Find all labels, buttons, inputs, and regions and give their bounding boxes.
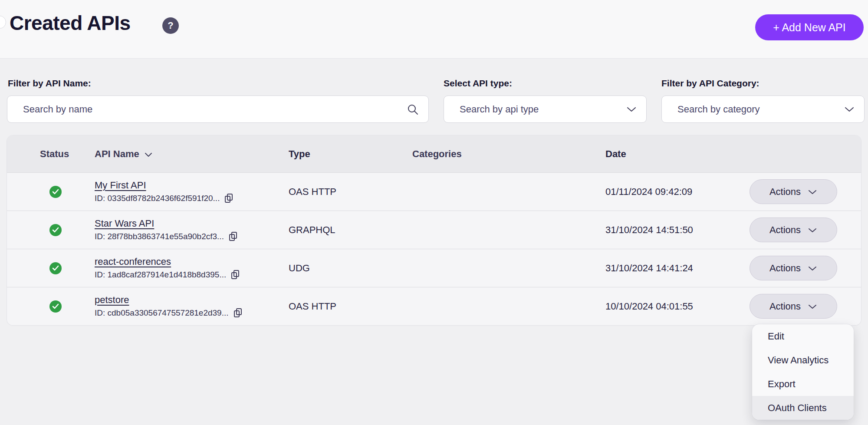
api-date-value: 31/10/2024 14:41:24 bbox=[605, 263, 750, 274]
actions-button[interactable]: Actions bbox=[750, 256, 837, 280]
api-date-value: 10/10/2024 04:01:55 bbox=[605, 301, 750, 312]
actions-button[interactable]: Actions bbox=[750, 294, 837, 319]
api-type-value: OAS HTTP bbox=[289, 186, 412, 198]
api-id-text: ID: cdb05a33056747557281e2d39... bbox=[95, 308, 229, 318]
filter-name-label: Filter by API Name: bbox=[8, 78, 91, 89]
api-type-value: OAS HTTP bbox=[289, 301, 412, 312]
chevron-down-icon bbox=[844, 106, 855, 112]
actions-dropdown-menu: Edit View Analytics Export OAuth Clients bbox=[752, 324, 854, 420]
filter-category-label: Filter by API Category: bbox=[661, 78, 760, 89]
api-id-text: ID: 0335df8782b2436f62f591f20... bbox=[95, 194, 220, 203]
table-row: Star Wars API ID: 28f78bb3863741e55a90b2… bbox=[7, 211, 861, 249]
table-row: petstore ID: cdb05a33056747557281e2d39..… bbox=[7, 287, 861, 325]
sort-chevron-down-icon bbox=[145, 148, 152, 160]
api-type-value: UDG bbox=[289, 263, 412, 274]
column-header-categories: Categories bbox=[412, 148, 605, 160]
copy-icon[interactable] bbox=[228, 231, 238, 242]
copy-icon[interactable] bbox=[224, 193, 233, 204]
table-row: My First API ID: 0335df8782b2436f62f591f… bbox=[7, 172, 861, 211]
check-circle-icon bbox=[49, 186, 62, 198]
filter-type-label: Select API type: bbox=[444, 78, 512, 89]
api-category-select[interactable]: Search by category bbox=[661, 96, 865, 123]
actions-button[interactable]: Actions bbox=[750, 179, 837, 204]
api-name-link[interactable]: My First API bbox=[95, 180, 146, 191]
api-name-link[interactable]: react-conferences bbox=[95, 256, 171, 267]
menu-item-view-analytics[interactable]: View Analytics bbox=[752, 348, 854, 372]
column-header-api-name[interactable]: API Name bbox=[95, 148, 289, 160]
apis-table: Status API Name Type Categories Date My … bbox=[7, 135, 861, 325]
menu-item-edit[interactable]: Edit bbox=[752, 324, 854, 348]
api-date-value: 01/11/2024 09:42:09 bbox=[605, 186, 750, 198]
api-category-select-placeholder: Search by category bbox=[677, 104, 844, 115]
api-id-text: ID: 28f78bb3863741e55a90b2cf3... bbox=[95, 232, 224, 241]
api-name-link[interactable]: petstore bbox=[95, 294, 129, 306]
help-icon[interactable]: ? bbox=[162, 17, 179, 34]
add-new-api-button[interactable]: + Add New API bbox=[755, 14, 864, 40]
api-type-value: GRAPHQL bbox=[289, 224, 412, 236]
search-by-name-input[interactable]: Search by name bbox=[7, 96, 429, 123]
api-name-link[interactable]: Star Wars API bbox=[95, 218, 154, 229]
check-circle-icon bbox=[49, 224, 62, 236]
search-icon bbox=[407, 103, 419, 115]
actions-button[interactable]: Actions bbox=[750, 217, 837, 242]
menu-item-oauth-clients[interactable]: OAuth Clients bbox=[752, 396, 854, 420]
chevron-down-icon bbox=[626, 106, 637, 112]
chevron-down-icon bbox=[808, 301, 817, 312]
chevron-down-icon bbox=[808, 186, 817, 198]
table-header-row: Status API Name Type Categories Date bbox=[7, 135, 861, 172]
api-id-text: ID: 1ad8caf287914e1d418b8d395... bbox=[95, 270, 226, 280]
page-title: Created APIs bbox=[10, 11, 131, 35]
chevron-down-icon bbox=[808, 224, 817, 236]
chevron-down-icon bbox=[808, 263, 817, 274]
table-row: react-conferences ID: 1ad8caf287914e1d41… bbox=[7, 249, 861, 287]
copy-icon[interactable] bbox=[233, 308, 243, 318]
check-circle-icon bbox=[49, 262, 62, 274]
column-header-date: Date bbox=[605, 148, 750, 160]
search-input-placeholder: Search by name bbox=[23, 104, 407, 115]
menu-item-export[interactable]: Export bbox=[752, 372, 854, 396]
page-header: Created APIs ? + Add New API bbox=[0, 0, 868, 59]
check-circle-icon bbox=[49, 300, 62, 313]
api-date-value: 31/10/2024 14:51:50 bbox=[605, 224, 750, 236]
api-type-select[interactable]: Search by api type bbox=[444, 96, 647, 123]
column-header-type: Type bbox=[289, 148, 412, 160]
column-header-status: Status bbox=[7, 148, 95, 160]
api-type-select-placeholder: Search by api type bbox=[460, 104, 626, 115]
copy-icon[interactable] bbox=[230, 270, 240, 280]
sidebar-collapse-button[interactable] bbox=[0, 16, 6, 29]
